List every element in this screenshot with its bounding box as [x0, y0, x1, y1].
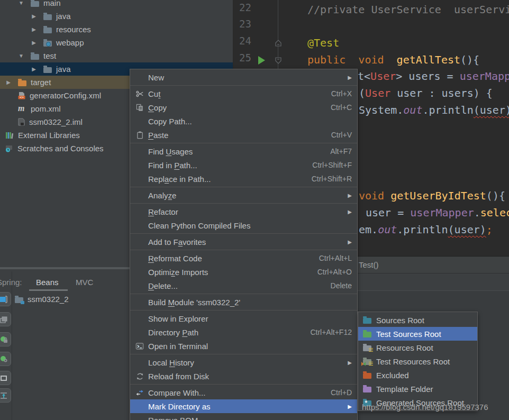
line-number[interactable]: 22 — [235, 2, 251, 13]
spring-panel-title: Spring: — [0, 278, 22, 287]
run-test-icon[interactable] — [258, 56, 265, 65]
menu-item-template-folder[interactable]: Template Folder — [358, 382, 477, 396]
collapse-arrow-icon[interactable]: ▼ — [17, 53, 25, 59]
reload-icon — [134, 372, 145, 380]
layers-icon — [0, 316, 8, 325]
menu-item-copy[interactable]: CopyCtrl+C — [130, 101, 357, 114]
menu-item-label: Local History — [148, 358, 342, 367]
submenu-arrow-icon: ▶ — [347, 209, 352, 215]
menu-item-cut[interactable]: CutCtrl+X — [130, 87, 357, 101]
submenu-arrow-icon: ▶ — [347, 360, 352, 366]
fold-marker-icon[interactable] — [274, 56, 283, 65]
menu-item-show-in-explorer[interactable]: Show in Explorer — [130, 312, 357, 325]
menu-shortcut: Ctrl+Alt+F12 — [310, 328, 352, 336]
folder-excluded-root-icon — [363, 373, 371, 379]
menu-shortcut: Ctrl+Shift+F — [312, 161, 352, 169]
menu-item-analyze[interactable]: Analyze▶ — [130, 188, 357, 202]
tree-item-java[interactable]: ▶java — [0, 10, 233, 23]
folder-sources-icon — [363, 318, 371, 324]
toolbar-button-import-arrow[interactable] — [0, 388, 11, 403]
menu-separator — [130, 384, 357, 385]
code-line: public void getAllTest(){ — [307, 52, 479, 68]
menu-item-label: Excluded — [376, 371, 473, 380]
tab-beans[interactable]: Beans — [36, 278, 59, 287]
iml-file-icon — [18, 118, 25, 126]
submenu-arrow-icon: ▶ — [347, 404, 352, 409]
menu-item-clean-python-compiled-files[interactable]: Clean Python Compiled Files — [130, 218, 357, 232]
tree-item-webapp[interactable]: ▶webapp — [0, 36, 233, 49]
folder-test-sources-icon — [361, 330, 373, 337]
menu-item-label: Copy Path... — [148, 117, 352, 126]
menu-separator — [130, 85, 357, 86]
tree-item-label: target — [31, 78, 51, 87]
menu-item-label: Template Folder — [376, 385, 473, 394]
tree-item-test[interactable]: ▼test — [0, 49, 233, 62]
menu-item-label: Compare With... — [148, 388, 318, 397]
tree-item-resources[interactable]: ▶resources — [0, 23, 233, 36]
code-line: t<User> users = userMapper — [358, 68, 509, 84]
line-number[interactable]: 24 — [235, 35, 251, 47]
menu-item-reload-from-disk[interactable]: Reload from Disk — [130, 369, 357, 383]
menu-item-label: Find in Path... — [148, 161, 299, 170]
menu-item-label: Test Sources Root — [376, 330, 473, 339]
line-number[interactable]: 25 — [235, 52, 251, 63]
menu-item-test-resources-root[interactable]: Test Resources Root — [358, 354, 477, 368]
line-number[interactable]: 23 — [235, 18, 251, 30]
menu-item-local-history[interactable]: Local History▶ — [130, 355, 357, 369]
menu-item-find-usages[interactable]: Find UsagesAlt+F7 — [130, 144, 357, 158]
menu-item-label: Clean Python Compiled Files — [148, 221, 352, 230]
compare-icon — [134, 389, 145, 397]
spring-tree-item-ssm0322-2[interactable]: ssm0322_2 — [15, 293, 69, 306]
menu-item-refactor[interactable]: Refactor▶ — [130, 205, 357, 218]
menu-item-reformat-code[interactable]: Reformat CodeCtrl+Alt+L — [130, 251, 357, 265]
toolbar-button-panel-outline[interactable] — [0, 371, 11, 385]
expand-arrow-icon[interactable]: ▶ — [30, 40, 38, 45]
menu-item-new[interactable]: New▶ — [130, 70, 357, 84]
maven-file-icon: m — [18, 105, 26, 113]
tree-item-main[interactable]: ▼main — [0, 0, 233, 10]
expand-arrow-icon[interactable]: ▶ — [30, 26, 38, 32]
menu-item-excluded[interactable]: Excluded — [358, 368, 477, 382]
menu-item-sources-root[interactable]: Sources Root — [358, 313, 477, 327]
expand-arrow-icon[interactable]: ▶ — [30, 13, 38, 19]
toolbar-button-green-gear[interactable] — [0, 352, 11, 366]
folder-resources-icon — [363, 345, 371, 351]
menu-item-label: Show in Explorer — [148, 314, 352, 323]
menu-item-build-module-ssm0322-2[interactable]: Build Module 'ssm0322_2' — [130, 295, 357, 309]
menu-item-test-sources-root[interactable]: Test Sources Root — [358, 327, 477, 341]
menu-item-label: New — [148, 73, 342, 82]
libraries-icon — [5, 132, 14, 139]
menu-item-directory-path[interactable]: Directory PathCtrl+Alt+F12 — [130, 325, 357, 339]
menu-item-label: Delete... — [148, 281, 318, 290]
toolbar-button-green-lock[interactable] — [0, 332, 11, 346]
fold-marker-icon[interactable] — [274, 39, 283, 48]
collapse-arrow-icon[interactable]: ▼ — [17, 0, 25, 6]
menu-item-compare-with[interactable]: Compare With...Ctrl+D — [130, 386, 357, 399]
menu-shortcut: Ctrl+Alt+L — [319, 254, 352, 262]
menu-shortcut: Ctrl+Alt+O — [317, 268, 352, 276]
menu-item-add-to-favorites[interactable]: Add to Favorites▶ — [130, 235, 357, 249]
menu-item-find-in-path[interactable]: Find in Path...Ctrl+Shift+F — [130, 158, 357, 172]
toolbar-button-layers[interactable] — [0, 312, 11, 326]
paste-icon — [134, 131, 145, 139]
menu-item-optimize-imports[interactable]: Optimize ImportsCtrl+Alt+O — [130, 265, 357, 279]
expand-arrow-icon[interactable]: ▶ — [4, 79, 13, 85]
menu-item-paste[interactable]: PasteCtrl+V — [130, 128, 357, 142]
expand-arrow-icon[interactable]: ▶ — [30, 66, 38, 72]
menu-item-resources-root[interactable]: Resources Root — [358, 341, 477, 354]
toolbar-button-blue-panel[interactable] — [0, 292, 11, 306]
menu-shortcut: Alt+F7 — [330, 147, 352, 156]
menu-item-delete[interactable]: Delete...Delete — [130, 279, 357, 293]
menu-item-replace-in-path[interactable]: Replace in Path...Ctrl+Shift+R — [130, 172, 357, 186]
menu-item-copy-path[interactable]: Copy Path... — [130, 114, 357, 128]
menu-item-remove-bom[interactable]: Remove BOM — [130, 413, 357, 420]
folder-module-icon — [15, 297, 23, 303]
tree-item-label: Scratches and Consoles — [17, 144, 104, 153]
menu-item-open-in-terminal[interactable]: Open in Terminal — [130, 339, 357, 353]
folder-icon — [43, 14, 52, 20]
menu-item-mark-directory-as[interactable]: Mark Directory as▶ — [130, 399, 357, 413]
code-line: @Test — [307, 35, 339, 51]
menu-item-label: Add to Favorites — [148, 238, 342, 246]
tab-mvc[interactable]: MVC — [76, 278, 93, 287]
menu-separator — [130, 203, 357, 204]
